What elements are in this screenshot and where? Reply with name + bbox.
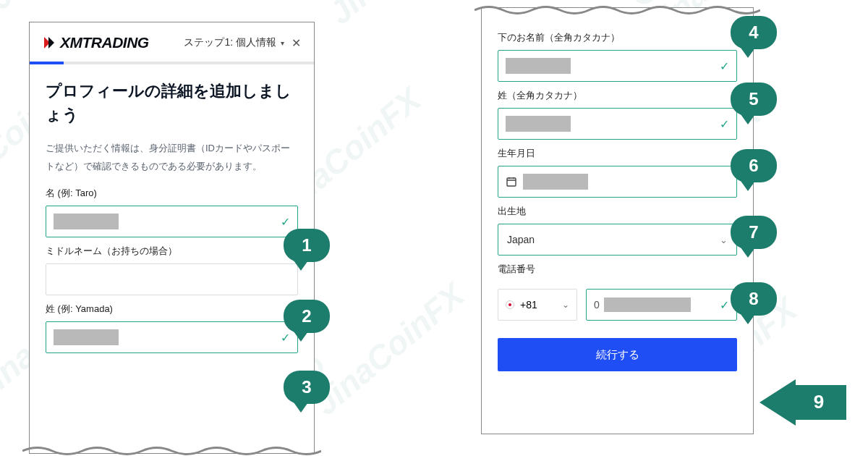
check-icon: ✓ <box>720 59 729 73</box>
field-dob: 生年月日 <box>482 140 753 198</box>
continue-button[interactable]: 続行する <box>498 338 737 371</box>
step-label: ステップ1: 個人情報 <box>184 36 276 49</box>
callout-7: 7 <box>731 216 777 249</box>
select-birthplace-value: Japan <box>507 234 535 245</box>
japan-flag-icon <box>506 300 514 309</box>
page-description: ご提供いただく情報は、身分証明書（IDカードやパスポートなど）で確認できるもので… <box>30 127 314 180</box>
label-dob: 生年月日 <box>498 147 737 160</box>
panel-profile-bottom: 下のお名前（全角カタカナ） ✓ 姓（全角カタカナ） ✓ 生年月日 出生地 Jap… <box>481 7 754 434</box>
xmtrading-logo-text: XMTRADING <box>60 34 149 51</box>
torn-edge-top <box>475 4 760 17</box>
callout-4: 4 <box>731 16 777 49</box>
torn-edge-bottom <box>22 444 321 456</box>
country-code: +81 <box>520 299 537 311</box>
input-phone[interactable]: 0 ✓ <box>586 289 737 321</box>
input-middle-name[interactable] <box>46 263 298 295</box>
callout-5: 5 <box>731 83 777 116</box>
chevron-down-icon: ⌄ <box>720 235 728 245</box>
redacted-value <box>506 116 571 132</box>
input-dob[interactable] <box>498 166 737 198</box>
label-first-name-kana: 下のお名前（全角カタカナ） <box>498 31 737 44</box>
callout-6: 6 <box>731 149 777 182</box>
field-first-name: 名 (例: Taro) ✓ <box>30 180 314 237</box>
field-last-name: 姓 (例: Yamada) ✓ <box>30 295 314 353</box>
field-middle-name: ミドルネーム（お持ちの場合） <box>30 237 314 295</box>
select-birthplace[interactable]: Japan ⌄ <box>498 224 737 256</box>
panel-header: XMTRADING ステップ1: 個人情報 ▾ ✕ <box>30 22 314 51</box>
input-first-name-kana[interactable]: ✓ <box>498 50 737 82</box>
callout-9-arrow: 9 <box>760 379 846 426</box>
page-title: プロフィールの詳細を追加しましょう <box>30 79 314 127</box>
redacted-value <box>506 58 571 74</box>
continue-button-label: 続行する <box>596 348 639 360</box>
check-icon: ✓ <box>281 215 290 229</box>
label-birthplace: 出生地 <box>498 205 737 218</box>
field-phone: 電話番号 <box>482 256 753 276</box>
panel-profile-top: XMTRADING ステップ1: 個人情報 ▾ ✕ プロフィールの詳細を追加しま… <box>29 22 315 454</box>
check-icon: ✓ <box>720 298 729 312</box>
callout-2: 2 <box>284 300 330 333</box>
progress-bar <box>30 62 314 64</box>
xmtrading-logo: XMTRADING <box>43 34 149 51</box>
label-first-name: 名 (例: Taro) <box>46 187 298 200</box>
svg-rect-0 <box>507 178 516 186</box>
label-last-name: 姓 (例: Yamada) <box>46 303 298 316</box>
input-last-name[interactable]: ✓ <box>46 321 298 353</box>
field-first-name-kana: 下のお名前（全角カタカナ） ✓ <box>482 24 753 82</box>
callout-3: 3 <box>284 371 330 404</box>
callout-9-label: 9 <box>814 391 824 413</box>
step-indicator[interactable]: ステップ1: 個人情報 ▾ <box>184 36 284 49</box>
input-first-name[interactable]: ✓ <box>46 206 298 237</box>
callout-1: 1 <box>284 229 330 262</box>
phone-row: +81 ⌄ 0 ✓ <box>482 282 753 321</box>
redacted-value <box>54 329 119 345</box>
chevron-down-icon: ▾ <box>281 39 284 47</box>
label-phone: 電話番号 <box>498 263 737 276</box>
check-icon: ✓ <box>720 117 729 131</box>
label-middle-name: ミドルネーム（お持ちの場合） <box>46 245 298 258</box>
input-last-name-kana[interactable]: ✓ <box>498 108 737 140</box>
redacted-value <box>54 214 119 229</box>
field-last-name-kana: 姓（全角カタカナ） ✓ <box>482 82 753 140</box>
close-icon[interactable]: ✕ <box>292 36 301 50</box>
calendar-icon <box>506 176 517 187</box>
country-code-select[interactable]: +81 ⌄ <box>498 289 577 321</box>
chevron-down-icon: ⌄ <box>562 300 569 310</box>
callout-8: 8 <box>731 282 777 316</box>
redacted-value <box>523 174 588 190</box>
label-last-name-kana: 姓（全角カタカナ） <box>498 89 737 102</box>
phone-prefix: 0 <box>594 299 600 311</box>
xmtrading-arrows-icon <box>43 35 59 51</box>
redacted-value <box>604 297 691 312</box>
field-birthplace: 出生地 Japan ⌄ <box>482 198 753 256</box>
